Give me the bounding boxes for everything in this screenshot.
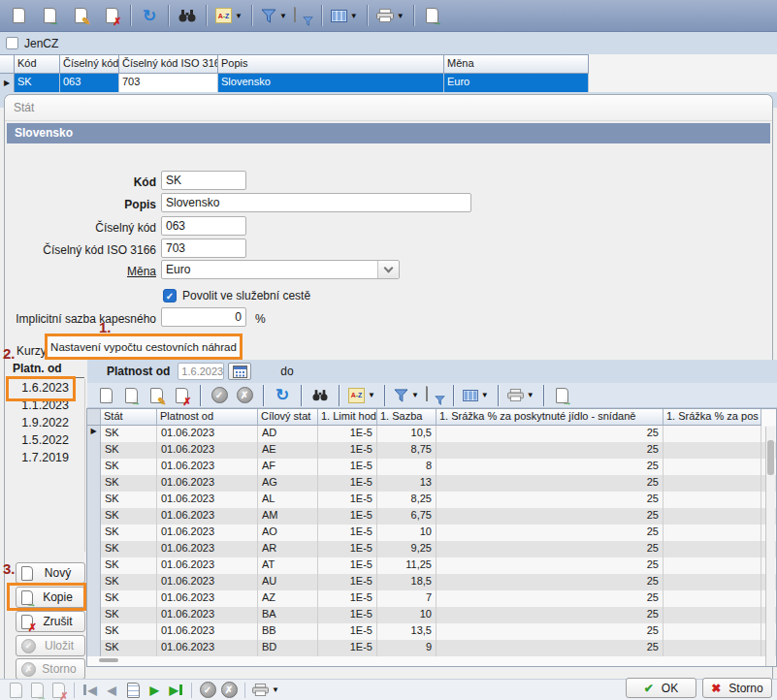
- table-cell[interactable]: 01.06.2023: [157, 640, 258, 656]
- table-cell[interactable]: AZ: [258, 590, 318, 607]
- table-cell[interactable]: 7: [377, 590, 437, 607]
- refresh-button[interactable]: ↻: [137, 3, 162, 29]
- export-button[interactable]: →: [420, 3, 445, 29]
- povolit-checkbox[interactable]: ✓: [163, 289, 177, 302]
- table-cell[interactable]: SK: [101, 623, 157, 640]
- record-list-button[interactable]: [122, 681, 144, 700]
- table-cell[interactable]: SK: [101, 607, 157, 623]
- print-button[interactable]: ▼: [373, 3, 407, 29]
- platnost-od-field[interactable]: 1.6.2023: [178, 363, 224, 380]
- cell-popis[interactable]: Slovensko: [218, 74, 444, 92]
- table-cell[interactable]: 25: [437, 525, 664, 541]
- rates-filter-report-button[interactable]: [422, 382, 447, 408]
- table-cell[interactable]: 8: [377, 459, 437, 475]
- table-cell[interactable]: [664, 475, 761, 492]
- table-cell[interactable]: 01.06.2023: [157, 459, 258, 475]
- zrusit-button[interactable]: ✗ Zrušit: [16, 611, 85, 632]
- table-cell[interactable]: 25: [437, 459, 664, 475]
- column-header-ciselny-kod[interactable]: Číselný kód: [60, 54, 119, 74]
- rates-filter-button[interactable]: ▼: [391, 382, 422, 408]
- table-cell[interactable]: 6,75: [377, 508, 437, 525]
- table-row[interactable]: SK01.06.2023AU1E-518,525: [87, 574, 776, 590]
- table-cell[interactable]: 01.06.2023: [157, 574, 258, 590]
- table-cell[interactable]: AE: [258, 442, 318, 459]
- table-cell[interactable]: 11,25: [377, 557, 437, 574]
- table-cell[interactable]: 01.06.2023: [157, 426, 258, 442]
- ok-button[interactable]: ✔ OK: [626, 678, 696, 698]
- rates-column-header[interactable]: Stát: [101, 409, 157, 426]
- table-cell[interactable]: 25: [437, 492, 664, 508]
- rates-horizontal-scrollbar-thumb[interactable]: [99, 658, 118, 662]
- table-cell[interactable]: 25: [437, 442, 664, 459]
- table-cell[interactable]: 1E-5: [318, 525, 377, 541]
- table-cell[interactable]: SK: [101, 525, 157, 541]
- rates-column-header[interactable]: Cílový stat: [258, 409, 318, 426]
- next-record-button[interactable]: ▶: [144, 681, 165, 700]
- table-row[interactable]: ▶SK01.06.2023AD1E-510,525: [87, 426, 776, 442]
- table-cell[interactable]: 25: [437, 557, 664, 574]
- table-cell[interactable]: AR: [258, 541, 318, 557]
- table-cell[interactable]: AG: [258, 475, 318, 492]
- table-cell[interactable]: SK: [101, 492, 157, 508]
- iso-field[interactable]: 703: [161, 239, 246, 258]
- calendar-button[interactable]: [228, 363, 251, 380]
- ciselny-kod-field[interactable]: 063: [161, 216, 246, 236]
- table-cell[interactable]: SK: [101, 442, 157, 459]
- rates-vertical-scrollbar[interactable]: [765, 427, 775, 667]
- table-cell[interactable]: 10,5: [377, 426, 437, 442]
- rates-delete-button[interactable]: ✗: [169, 382, 194, 408]
- table-cell[interactable]: 25: [437, 607, 664, 623]
- table-cell[interactable]: 18,5: [377, 574, 437, 590]
- table-cell[interactable]: AT: [258, 557, 318, 574]
- table-cell[interactable]: 13: [377, 475, 437, 492]
- table-cell[interactable]: 9: [377, 640, 437, 656]
- last-record-button[interactable]: ▶: [165, 681, 186, 700]
- table-cell[interactable]: 25: [437, 541, 664, 557]
- table-cell[interactable]: SK: [101, 475, 157, 492]
- table-cell[interactable]: 01.06.2023: [157, 623, 258, 640]
- table-cell[interactable]: 1E-5: [318, 508, 377, 525]
- bottom-print-button[interactable]: ▼: [250, 681, 281, 700]
- table-cell[interactable]: [664, 525, 761, 541]
- table-cell[interactable]: AO: [258, 525, 318, 541]
- edit-record-button[interactable]: ✎: [68, 3, 93, 29]
- table-cell[interactable]: SK: [101, 541, 157, 557]
- table-cell[interactable]: AM: [258, 508, 318, 525]
- table-row[interactable]: SK01.06.2023AZ1E-5725: [87, 590, 776, 607]
- table-cell[interactable]: SK: [101, 508, 157, 525]
- table-cell[interactable]: SK: [101, 590, 157, 607]
- table-row[interactable]: SK01.06.2023AE1E-58,7525: [87, 442, 776, 459]
- table-cell[interactable]: [664, 607, 761, 623]
- table-cell[interactable]: 8,75: [377, 442, 437, 459]
- copy-record-button[interactable]: →: [37, 3, 62, 29]
- rates-sort-az-button[interactable]: A-Z ▼: [345, 382, 378, 408]
- table-row[interactable]: SK01.06.2023BA1E-51025: [87, 607, 776, 623]
- scrollbar-thumb[interactable]: [767, 440, 774, 475]
- table-cell[interactable]: 25: [437, 508, 664, 525]
- jencz-checkbox[interactable]: [6, 37, 18, 49]
- search-button[interactable]: [175, 3, 200, 29]
- table-row[interactable]: SK01.06.2023AO1E-51025: [87, 525, 776, 541]
- rates-refresh-button[interactable]: ↻: [270, 382, 295, 408]
- rates-column-header[interactable]: 1. Srážka % za poskytnuté jídlo - snídan…: [437, 409, 664, 426]
- table-cell[interactable]: 25: [437, 640, 664, 656]
- table-cell[interactable]: [664, 574, 761, 590]
- table-cell[interactable]: [664, 426, 761, 442]
- filter-button[interactable]: ▼: [258, 3, 290, 29]
- table-cell[interactable]: BA: [258, 607, 318, 623]
- table-row[interactable]: ▶ SK 063 703 Slovensko Euro: [0, 74, 777, 92]
- table-cell[interactable]: BD: [258, 640, 318, 656]
- rates-print-button[interactable]: ▼: [504, 382, 537, 408]
- kod-field[interactable]: SK: [161, 171, 246, 190]
- table-cell[interactable]: 1E-5: [318, 557, 377, 574]
- table-cell[interactable]: 1E-5: [318, 640, 377, 656]
- table-cell[interactable]: 1E-5: [318, 475, 377, 492]
- table-cell[interactable]: [664, 590, 761, 607]
- table-cell[interactable]: 01.06.2023: [157, 442, 258, 459]
- table-cell[interactable]: 1E-5: [318, 492, 377, 508]
- table-row[interactable]: SK01.06.2023AR1E-59,2525: [87, 541, 776, 557]
- rates-column-header[interactable]: 1. Limit hodin: [318, 409, 377, 426]
- columns-button[interactable]: ▼: [328, 3, 361, 29]
- column-header-kod[interactable]: Kód: [15, 54, 60, 74]
- table-cell[interactable]: 01.06.2023: [157, 607, 258, 623]
